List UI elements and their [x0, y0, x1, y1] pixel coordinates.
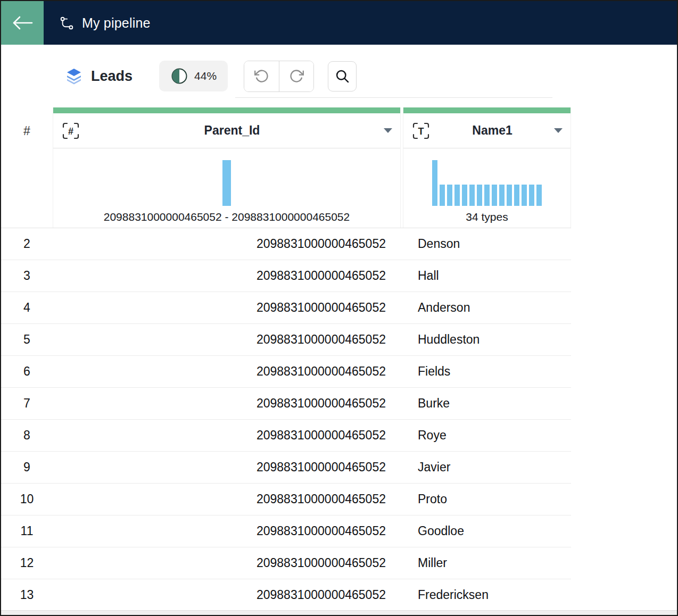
- histogram-parent-id[interactable]: [53, 148, 400, 206]
- toolbar-divider: [235, 97, 552, 98]
- histogram-bar[interactable]: [432, 160, 437, 206]
- row-index: 11: [1, 524, 53, 538]
- histogram-bar[interactable]: [514, 185, 519, 206]
- row-index: 4: [1, 301, 53, 315]
- histogram-bar[interactable]: [477, 185, 482, 206]
- page-title: My pipeline: [82, 15, 151, 31]
- table-row: 6 2098831000000465052 Fields: [1, 356, 571, 388]
- cell-name[interactable]: Denson: [403, 237, 571, 251]
- cell-parent-id[interactable]: 2098831000000465052: [53, 556, 401, 570]
- histogram-types-label: 34 types: [403, 206, 570, 228]
- cell-parent-id[interactable]: 2098831000000465052: [53, 301, 401, 315]
- column-name1: T Name1 34 types: [403, 107, 571, 228]
- dataset-name: Leads: [91, 68, 133, 85]
- half-filled-pie-icon: [170, 67, 188, 85]
- histogram-name1[interactable]: [403, 148, 570, 206]
- cell-parent-id[interactable]: 2098831000000465052: [53, 396, 401, 411]
- column-title: Name1: [435, 123, 550, 138]
- text-type-icon[interactable]: T: [411, 121, 431, 140]
- row-index: 10: [1, 492, 53, 506]
- data-quality-percent: 44%: [194, 70, 217, 82]
- table-row: 2 2098831000000465052 Denson: [1, 228, 571, 260]
- table-row: 11 2098831000000465052 Goodloe: [1, 515, 571, 547]
- type-letter: #: [68, 126, 73, 136]
- row-index: 3: [1, 269, 53, 283]
- row-index: 9: [1, 460, 53, 475]
- cell-parent-id[interactable]: 2098831000000465052: [53, 237, 401, 251]
- back-button[interactable]: [1, 1, 44, 45]
- histogram-bar[interactable]: [462, 185, 467, 206]
- table-row: 5 2098831000000465052 Huddleston: [1, 324, 571, 356]
- column-header-parent-id[interactable]: # Parent_Id: [53, 113, 400, 148]
- horizontal-scrollbar[interactable]: [1, 610, 677, 615]
- table-row: 13 2098831000000465052 Fredericksen: [1, 579, 571, 611]
- histogram-bar[interactable]: [447, 185, 452, 206]
- table-row: 3 2098831000000465052 Hall: [1, 260, 571, 292]
- table-row: 9 2098831000000465052 Javier: [1, 452, 571, 484]
- chevron-down-icon[interactable]: [384, 128, 392, 133]
- chevron-down-icon[interactable]: [554, 128, 563, 133]
- undo-button[interactable]: [244, 61, 279, 91]
- histogram-bar[interactable]: [440, 185, 445, 206]
- redo-icon: [289, 69, 304, 84]
- cell-name[interactable]: Fredericksen: [403, 588, 571, 602]
- histogram-bar[interactable]: [499, 185, 505, 206]
- table-row: 7 2098831000000465052 Burke: [1, 388, 571, 420]
- dataset-heading: Leads: [65, 68, 133, 85]
- histogram-bar[interactable]: [522, 185, 527, 206]
- undo-redo-group: [244, 61, 314, 92]
- column-strip: [403, 107, 570, 113]
- column-parent-id: # Parent_Id 2098831000000465052 - 209883…: [53, 107, 401, 228]
- type-letter: T: [418, 126, 424, 136]
- row-index: 12: [1, 556, 53, 570]
- undo-icon: [254, 69, 269, 84]
- row-index: 6: [1, 364, 53, 379]
- column-title: Parent_Id: [85, 123, 379, 138]
- cell-parent-id[interactable]: 2098831000000465052: [53, 332, 401, 347]
- cell-name[interactable]: Javier: [403, 460, 571, 475]
- toolbar: Leads 44%: [1, 45, 677, 107]
- table-row: 4 2098831000000465052 Anderson: [1, 292, 571, 324]
- histogram-bar[interactable]: [454, 185, 460, 206]
- cell-name[interactable]: Burke: [403, 396, 571, 411]
- cell-parent-id[interactable]: 2098831000000465052: [53, 524, 401, 538]
- cell-parent-id[interactable]: 2098831000000465052: [53, 492, 401, 506]
- index-column-header: #: [1, 107, 53, 228]
- cell-parent-id[interactable]: 2098831000000465052: [53, 588, 401, 602]
- column-header-name1[interactable]: T Name1: [403, 113, 570, 148]
- cell-name[interactable]: Hall: [403, 269, 571, 283]
- search-button[interactable]: [328, 61, 357, 91]
- histogram-bar[interactable]: [469, 185, 475, 206]
- cell-parent-id[interactable]: 2098831000000465052: [53, 428, 401, 443]
- table-row: 12 2098831000000465052 Miller: [1, 547, 571, 579]
- cell-parent-id[interactable]: 2098831000000465052: [53, 364, 401, 379]
- cell-name[interactable]: Roye: [403, 428, 571, 443]
- cell-parent-id[interactable]: 2098831000000465052: [53, 269, 401, 283]
- histogram-bar[interactable]: [492, 185, 497, 206]
- table-row: 10 2098831000000465052 Proto: [1, 484, 571, 515]
- search-icon: [335, 69, 350, 84]
- histogram-bar[interactable]: [222, 160, 231, 206]
- row-index: 2: [1, 237, 53, 251]
- table-row: 8 2098831000000465052 Roye: [1, 420, 571, 452]
- cell-name[interactable]: Fields: [403, 364, 571, 379]
- cell-name[interactable]: Goodloe: [403, 524, 571, 538]
- data-quality-chip[interactable]: 44%: [159, 61, 228, 91]
- histogram-bar[interactable]: [529, 185, 534, 206]
- cell-name[interactable]: Miller: [403, 556, 571, 570]
- histogram-bar[interactable]: [507, 185, 512, 206]
- table-header: # # Parent_Id: [1, 107, 571, 228]
- cell-parent-id[interactable]: 2098831000000465052: [53, 460, 401, 475]
- cell-name[interactable]: Proto: [403, 492, 571, 506]
- histogram-bar[interactable]: [536, 185, 542, 206]
- redo-button[interactable]: [279, 61, 313, 91]
- column-strip: [53, 107, 400, 113]
- cell-name[interactable]: Anderson: [403, 301, 571, 315]
- cell-name[interactable]: Huddleston: [403, 332, 571, 347]
- row-index: 7: [1, 396, 53, 411]
- data-table: # # Parent_Id: [1, 107, 571, 611]
- histogram-bar[interactable]: [484, 185, 490, 206]
- row-index: 5: [1, 332, 53, 347]
- number-type-icon[interactable]: #: [61, 121, 80, 140]
- table-body: 2 2098831000000465052 Denson 3 209883100…: [1, 228, 571, 611]
